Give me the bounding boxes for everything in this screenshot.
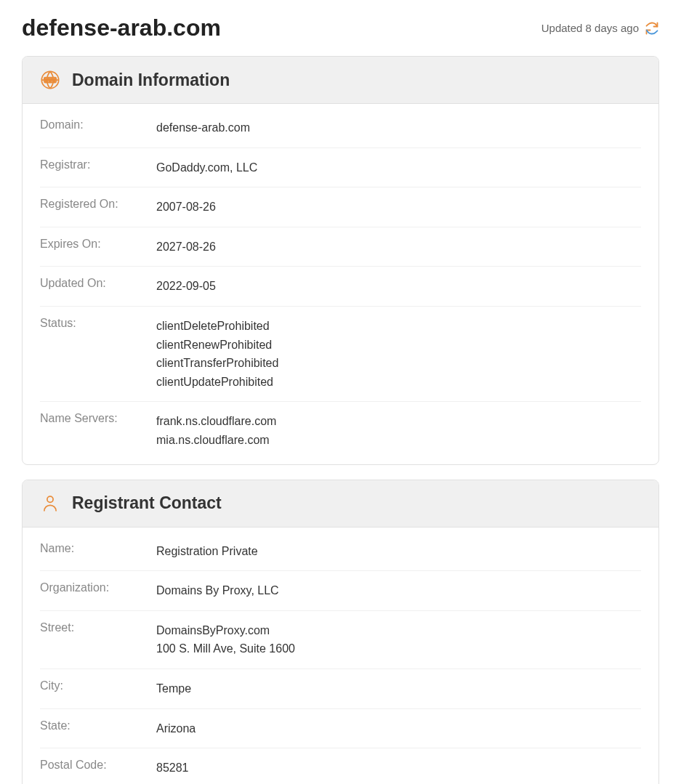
domain-info-body: Domain:defense-arab.comRegistrar:GoDaddy… bbox=[23, 104, 658, 464]
domain-info-row: Updated On:2022-09-05 bbox=[40, 267, 641, 307]
updated-text: Updated 8 days ago bbox=[541, 22, 639, 34]
registrant-row-value: Tempe bbox=[156, 679, 191, 698]
registrant-row-label: Street: bbox=[40, 621, 156, 658]
domain-info-row-value-line: 2007-08-26 bbox=[156, 198, 216, 217]
registrant-row-label: Name: bbox=[40, 542, 156, 561]
domain-info-row-value-line: clientDeleteProhibited bbox=[156, 317, 278, 336]
page-title: defense-arab.com bbox=[22, 15, 221, 41]
domain-info-row-value: 2007-08-26 bbox=[156, 198, 216, 217]
registrant-row-value-line: Domains By Proxy, LLC bbox=[156, 581, 279, 600]
domain-info-row-value: clientDeleteProhibitedclientRenewProhibi… bbox=[156, 317, 278, 391]
registrant-contact-card: Registrant Contact Name:Registration Pri… bbox=[22, 480, 659, 784]
registrant-row: Name:Registration Private bbox=[40, 532, 641, 572]
registrant-contact-body: Name:Registration PrivateOrganization:Do… bbox=[23, 528, 658, 784]
refresh-icon[interactable] bbox=[645, 21, 659, 36]
domain-info-row-value-line: 2027-08-26 bbox=[156, 238, 216, 256]
domain-info-row: Name Servers:frank.ns.cloudflare.commia.… bbox=[40, 402, 641, 459]
registrant-contact-header: Registrant Contact bbox=[23, 480, 658, 528]
registrant-row-value-line: 85281 bbox=[156, 759, 189, 777]
domain-info-row-label: Name Servers: bbox=[40, 412, 156, 449]
svg-point-3 bbox=[47, 496, 53, 502]
registrant-row: Organization:Domains By Proxy, LLC bbox=[40, 571, 641, 611]
person-icon bbox=[40, 493, 60, 514]
domain-info-row-value: defense-arab.com bbox=[156, 118, 250, 137]
domain-info-card: WWW Domain Information Domain:defense-ar… bbox=[22, 56, 659, 465]
updated-status: Updated 8 days ago bbox=[541, 21, 659, 36]
registrant-row-label: Postal Code: bbox=[40, 759, 156, 777]
registrant-row-value: Domains By Proxy, LLC bbox=[156, 581, 279, 600]
registrant-row-value: Arizona bbox=[156, 719, 196, 738]
domain-info-row-value-line: defense-arab.com bbox=[156, 118, 250, 137]
domain-info-row-value-line: frank.ns.cloudflare.com bbox=[156, 412, 276, 431]
registrant-row-value-line: Arizona bbox=[156, 719, 196, 738]
svg-text:WWW: WWW bbox=[45, 78, 56, 82]
domain-info-row-value-line: mia.ns.cloudflare.com bbox=[156, 431, 276, 450]
domain-info-row: Registered On:2007-08-26 bbox=[40, 187, 641, 227]
domain-info-row: Status:clientDeleteProhibitedclientRenew… bbox=[40, 307, 641, 402]
domain-info-row-value: frank.ns.cloudflare.commia.ns.cloudflare… bbox=[156, 412, 276, 449]
registrant-row: Street:DomainsByProxy.com100 S. Mill Ave… bbox=[40, 611, 641, 669]
registrant-row-value: DomainsByProxy.com100 S. Mill Ave, Suite… bbox=[156, 621, 295, 658]
domain-info-row-value-line: GoDaddy.com, LLC bbox=[156, 158, 257, 177]
domain-info-row-value-line: 2022-09-05 bbox=[156, 277, 216, 296]
registrant-row-value-line: DomainsByProxy.com bbox=[156, 621, 295, 640]
registrant-row: City:Tempe bbox=[40, 669, 641, 709]
domain-info-row-label: Expires On: bbox=[40, 238, 156, 256]
domain-info-row-label: Status: bbox=[40, 317, 156, 391]
domain-info-row-value-line: clientRenewProhibited bbox=[156, 336, 278, 355]
registrant-row-value: Registration Private bbox=[156, 542, 258, 561]
domain-info-row: Expires On:2027-08-26 bbox=[40, 227, 641, 267]
domain-info-row: Domain:defense-arab.com bbox=[40, 108, 641, 148]
registrant-row: State:Arizona bbox=[40, 709, 641, 749]
registrant-row-value-line: Registration Private bbox=[156, 542, 258, 561]
registrant-row: Postal Code:85281 bbox=[40, 748, 641, 784]
domain-info-row-label: Updated On: bbox=[40, 277, 156, 296]
domain-info-row-value: 2022-09-05 bbox=[156, 277, 216, 296]
domain-info-row: Registrar:GoDaddy.com, LLC bbox=[40, 148, 641, 188]
domain-info-header: WWW Domain Information bbox=[23, 57, 658, 104]
registrant-row-value: 85281 bbox=[156, 759, 189, 777]
globe-www-icon: WWW bbox=[40, 70, 60, 90]
domain-info-row-label: Registrar: bbox=[40, 158, 156, 177]
registrant-row-label: Organization: bbox=[40, 581, 156, 600]
registrant-row-value-line: 100 S. Mill Ave, Suite 1600 bbox=[156, 639, 295, 658]
domain-info-row-value-line: clientUpdateProhibited bbox=[156, 373, 278, 392]
registrant-contact-title: Registrant Contact bbox=[72, 493, 222, 513]
domain-info-row-label: Domain: bbox=[40, 118, 156, 137]
domain-info-title: Domain Information bbox=[72, 70, 230, 90]
registrant-row-label: State: bbox=[40, 719, 156, 738]
domain-info-row-value-line: clientTransferProhibited bbox=[156, 354, 278, 373]
domain-info-row-value: 2027-08-26 bbox=[156, 238, 216, 256]
header: defense-arab.com Updated 8 days ago bbox=[22, 15, 659, 41]
registrant-row-label: City: bbox=[40, 679, 156, 698]
registrant-row-value-line: Tempe bbox=[156, 679, 191, 698]
domain-info-row-value: GoDaddy.com, LLC bbox=[156, 158, 257, 177]
domain-info-row-label: Registered On: bbox=[40, 198, 156, 217]
